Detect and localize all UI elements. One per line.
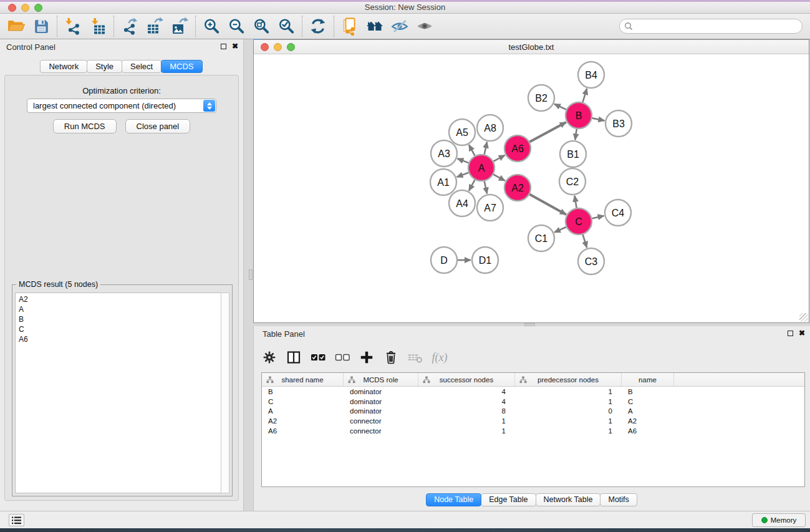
network-canvas[interactable]: B4B2BB3A8A5A6A3B1AA1C2A2A4A7C4CC1C3DD1: [254, 54, 809, 322]
result-scrollbar[interactable]: [221, 293, 229, 493]
cell-shared-name[interactable]: A2: [262, 417, 344, 425]
graph-node-B3[interactable]: B3: [605, 110, 632, 137]
cell-MCDS-role[interactable]: connector: [344, 417, 418, 425]
home-layout-button[interactable]: [362, 15, 387, 38]
tab-mcds[interactable]: MCDS: [161, 60, 202, 73]
column-header-name[interactable]: name: [622, 373, 674, 386]
cell-predecessor-nodes[interactable]: 1: [515, 427, 622, 435]
refresh-view-button[interactable]: [306, 15, 330, 38]
open-session-button[interactable]: [4, 15, 29, 38]
table-row[interactable]: Bdominator41B: [262, 387, 804, 397]
select-all-rows-button[interactable]: [307, 347, 329, 368]
cell-MCDS-role[interactable]: dominator: [344, 388, 418, 395]
network-window-titlebar[interactable]: testGlobe.txt: [254, 40, 809, 54]
graph-node-B2[interactable]: B2: [528, 85, 554, 111]
graph-node-A1[interactable]: A1: [430, 169, 456, 195]
task-history-button[interactable]: [9, 514, 24, 526]
resize-grip[interactable]: [799, 313, 808, 322]
table-body[interactable]: Bdominator41BCdominator41CAdominator80AA…: [262, 387, 804, 436]
search-input[interactable]: [619, 19, 803, 34]
cell-successor-nodes[interactable]: 1: [418, 427, 515, 435]
delete-column-button[interactable]: [380, 347, 402, 368]
table-row[interactable]: Adominator80A: [262, 407, 804, 417]
result-item[interactable]: A: [19, 304, 221, 314]
edge-A-A3[interactable]: [457, 158, 468, 163]
graph-node-A6[interactable]: A6: [504, 135, 531, 162]
cell-predecessor-nodes[interactable]: 1: [515, 388, 622, 395]
graph-node-D1[interactable]: D1: [472, 247, 498, 273]
edge-C-C2[interactable]: [575, 196, 577, 208]
graph-node-B[interactable]: B: [566, 102, 592, 128]
edge-C-C3[interactable]: [583, 235, 587, 248]
edge-B-B2[interactable]: [554, 104, 566, 110]
network-graph[interactable]: B4B2BB3A8A5A6A3B1AA1C2A2A4A7C4CC1C3DD1: [254, 54, 809, 322]
edge-A-A6[interactable]: [493, 155, 504, 162]
cell-predecessor-nodes[interactable]: 1: [515, 417, 622, 425]
edge-A6-B[interactable]: [529, 122, 566, 142]
graph-node-A2[interactable]: A2: [504, 175, 531, 201]
cell-successor-nodes[interactable]: 4: [418, 398, 515, 405]
cell-successor-nodes[interactable]: 8: [418, 407, 515, 415]
memory-button[interactable]: Memory: [752, 513, 806, 527]
cell-name[interactable]: C: [622, 398, 674, 405]
edge-A2-C[interactable]: [529, 195, 566, 215]
save-session-button[interactable]: [29, 15, 54, 38]
edge-B-B4[interactable]: [582, 89, 587, 102]
tab-network[interactable]: Network: [40, 60, 87, 73]
graph-node-C1[interactable]: C1: [528, 225, 554, 251]
function-builder-button[interactable]: f(x): [429, 347, 450, 368]
result-item[interactable]: A6: [19, 334, 221, 344]
export-image-button[interactable]: [167, 15, 192, 38]
delete-table-button[interactable]: [405, 347, 426, 368]
graph-node-A[interactable]: A: [468, 155, 494, 181]
deselect-all-rows-button[interactable]: [332, 347, 353, 368]
column-header-shared-name[interactable]: shared name: [262, 373, 344, 386]
edge-C-C1[interactable]: [554, 227, 566, 233]
tab-select[interactable]: Select: [122, 60, 162, 73]
column-header-predecessor-nodes[interactable]: predecessor nodes: [515, 373, 622, 386]
export-network-button[interactable]: [117, 15, 142, 38]
tab-edge-table[interactable]: Edge Table: [481, 493, 536, 506]
cell-predecessor-nodes[interactable]: 0: [515, 407, 622, 415]
graph-node-A3[interactable]: A3: [431, 140, 457, 167]
tab-motifs[interactable]: Motifs: [600, 493, 637, 506]
table-row[interactable]: Cdominator41C: [262, 397, 804, 407]
node-table[interactable]: shared nameMCDS rolesuccessor nodesprede…: [261, 372, 805, 487]
edge-A-A5[interactable]: [469, 145, 475, 155]
graph-node-A8[interactable]: A8: [477, 115, 503, 141]
graph-node-A7[interactable]: A7: [477, 195, 503, 221]
tab-style[interactable]: Style: [87, 60, 122, 73]
graph-node-A4[interactable]: A4: [449, 190, 475, 216]
edge-A-A2[interactable]: [493, 175, 505, 181]
cell-MCDS-role[interactable]: connector: [344, 427, 418, 435]
criterion-dropdown[interactable]: largest connected component (directed): [27, 99, 216, 113]
zoom-fit-button[interactable]: [249, 15, 274, 38]
graph-node-C2[interactable]: C2: [559, 168, 586, 195]
float-panel-icon[interactable]: [788, 331, 793, 336]
cell-predecessor-nodes[interactable]: 1: [515, 398, 622, 405]
hide-panel-button[interactable]: [387, 15, 412, 38]
export-table-button[interactable]: [142, 15, 167, 38]
close-panel-icon[interactable]: ✖: [232, 43, 238, 49]
graph-node-A5[interactable]: A5: [449, 119, 475, 145]
cell-shared-name[interactable]: C: [262, 398, 344, 405]
edge-A-A1[interactable]: [457, 173, 469, 177]
graph-node-C4[interactable]: C4: [605, 200, 631, 226]
cell-name[interactable]: A6: [622, 427, 674, 435]
cell-MCDS-role[interactable]: dominator: [344, 407, 418, 415]
graph-node-B4[interactable]: B4: [578, 62, 604, 88]
vertical-splitter-handle[interactable]: [249, 269, 253, 280]
cell-shared-name[interactable]: B: [262, 388, 344, 395]
edge-B-B1[interactable]: [575, 129, 577, 140]
table-header-row[interactable]: shared nameMCDS rolesuccessor nodesprede…: [262, 373, 804, 387]
zoom-out-button[interactable]: [224, 15, 249, 38]
close-panel-icon[interactable]: ✖: [799, 330, 805, 336]
result-item[interactable]: B: [19, 314, 221, 324]
cell-successor-nodes[interactable]: 1: [418, 417, 515, 425]
result-item[interactable]: C: [19, 324, 221, 334]
cell-name[interactable]: B: [622, 388, 674, 395]
edge-A-A8[interactable]: [485, 142, 487, 154]
table-settings-button[interactable]: [259, 347, 280, 368]
edge-B-B3[interactable]: [592, 118, 605, 120]
show-panel-button[interactable]: [412, 15, 437, 38]
